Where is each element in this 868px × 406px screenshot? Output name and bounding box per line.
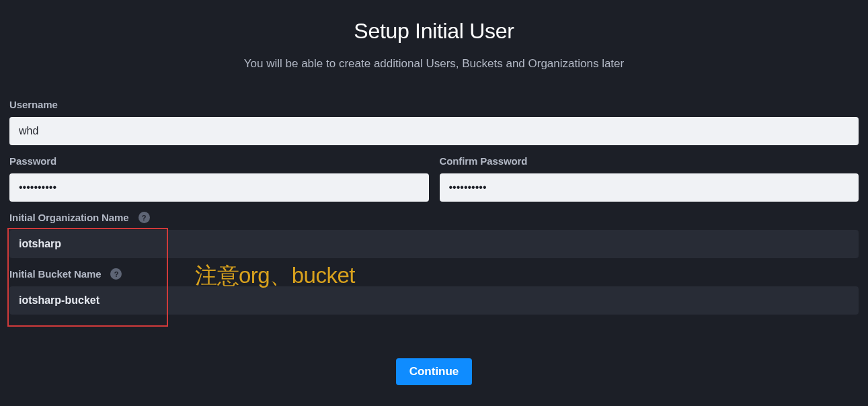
password-row: Password Confirm Password [9, 155, 859, 212]
confirm-password-input[interactable] [440, 173, 859, 202]
username-input[interactable] [9, 117, 859, 145]
bucket-input[interactable] [9, 286, 859, 315]
org-group: Initial Organization Name ? [9, 212, 859, 258]
setup-form-container: Setup Initial User You will be able to c… [0, 0, 868, 385]
org-input[interactable] [9, 230, 859, 258]
confirm-password-label: Confirm Password [440, 155, 859, 167]
bucket-label: Initial Bucket Name ? [9, 268, 859, 280]
org-label-text: Initial Organization Name [9, 212, 129, 223]
password-label: Password [9, 155, 429, 167]
password-input[interactable] [9, 173, 429, 202]
page-subtitle: You will be able to create additional Us… [244, 57, 624, 71]
org-label: Initial Organization Name ? [9, 212, 859, 223]
help-icon[interactable]: ? [139, 212, 150, 223]
username-group: Username [9, 99, 859, 145]
continue-button[interactable]: Continue [396, 358, 473, 385]
password-group: Password [9, 155, 429, 202]
confirm-password-group: Confirm Password [440, 155, 859, 202]
bucket-group: Initial Bucket Name ? [9, 268, 859, 315]
username-label: Username [9, 99, 859, 110]
bucket-label-text: Initial Bucket Name [9, 268, 101, 280]
help-icon[interactable]: ? [110, 268, 122, 280]
form-wrapper: Username Password Confirm Password Initi… [9, 99, 859, 385]
page-title: Setup Initial User [354, 19, 514, 44]
